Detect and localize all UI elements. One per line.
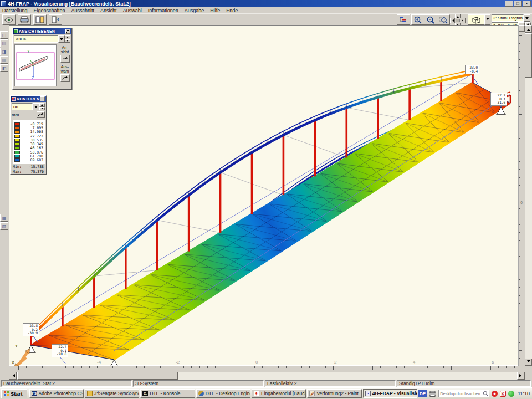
auswahl-apply-button[interactable]	[60, 74, 70, 82]
menu-eigenschaften[interactable]: Eigenschaften	[34, 8, 65, 13]
scroll-left-button[interactable]	[9, 372, 17, 380]
tray-antivirus-icon[interactable]: ●	[492, 391, 498, 397]
contours-panel: KONTUREN un mm -0.719 7.095 14.908 22.72…	[10, 95, 47, 175]
unit-label: mm	[12, 112, 19, 117]
exit-button[interactable]	[49, 14, 62, 25]
result-combo[interactable]: 2: Stahl Tragfähigkeit (Th. 2. O	[492, 14, 530, 22]
pan-left-button[interactable]	[450, 18, 455, 23]
structure-tree-button[interactable]	[397, 14, 410, 25]
scale-number: -4	[97, 360, 101, 365]
view-eye-button[interactable]	[2, 14, 16, 25]
projection-dropdown-button[interactable]	[484, 14, 490, 25]
tray-status-icon[interactable]	[508, 391, 514, 397]
desktop-search-box[interactable]	[438, 390, 489, 397]
window-layout-button[interactable]	[33, 14, 47, 25]
pan-right-button[interactable]	[461, 18, 466, 23]
zoom-out-icon	[426, 16, 435, 24]
apply-arrow-icon	[62, 57, 68, 62]
exit-door-icon	[51, 16, 60, 23]
taskbar-item-4hfrap-active[interactable]: ◔4H-FRAP - Visualisier...	[363, 389, 417, 398]
view-mode-combo[interactable]: <3D>	[14, 35, 58, 43]
horizontal-scroll-thumb[interactable]	[17, 372, 178, 380]
pan-center[interactable]	[456, 19, 460, 22]
strip-button-6[interactable]: ▦	[0, 214, 8, 222]
menu-bar: Darstellung Eigenschaften Ausschnitt Ans…	[0, 7, 532, 14]
contour-quantity-dropdown[interactable]	[33, 103, 39, 110]
legend-swatch	[14, 139, 20, 142]
menu-ausgabe[interactable]: Ausgabe	[185, 8, 204, 13]
scroll-up-button[interactable]	[525, 25, 532, 33]
left-tool-strip: ◫ ▤ ◨ ▥ ◧ ▦ ▧	[0, 25, 9, 366]
language-indicator[interactable]: DE	[418, 390, 427, 397]
contour-quantity-combo[interactable]: un	[12, 103, 33, 110]
model-viewport[interactable]: 23.0 -0.4 22.7 8.1 -31.6 -23.8 -0.2 -30.…	[9, 25, 518, 366]
contour-apply-button[interactable]	[37, 111, 45, 118]
taskbar-item-photoshop[interactable]: PsAdobe Photoshop CS3 E...	[29, 389, 84, 398]
view-panel-close-icon[interactable]	[65, 29, 70, 34]
legend-swatch	[14, 158, 20, 162]
taskbar-item-eingabemodul[interactable]: ↟EingabeModul [Bauchvee...	[252, 389, 306, 398]
minimize-button[interactable]: _	[505, 1, 513, 7]
printer-tray-icon[interactable]	[429, 391, 436, 397]
menu-ende[interactable]: Ende	[226, 8, 238, 13]
strip-button-2[interactable]: ▤	[0, 39, 8, 47]
contours-panel-close-icon[interactable]	[40, 96, 45, 101]
legend-swatch	[14, 130, 20, 134]
close-button[interactable]: ×	[523, 1, 531, 7]
scale-number: 4	[413, 360, 415, 365]
status-project: Bauchveerendeltr. Stat.2	[1, 380, 132, 387]
zoom-in-icon	[413, 16, 422, 24]
ruler-corner-button[interactable]	[519, 25, 525, 32]
measurement-label: -22.7 0.1 -28.6	[52, 344, 68, 357]
strip-button-3[interactable]: ◨	[0, 48, 8, 55]
menu-informationen[interactable]: Informationen	[148, 8, 178, 13]
start-button[interactable]: Start	[1, 389, 27, 398]
folder-icon	[87, 391, 93, 396]
restore-button[interactable]: □	[514, 1, 522, 7]
strip-button-7[interactable]: ▧	[0, 222, 8, 230]
vertical-scroll-thumb[interactable]	[525, 33, 532, 78]
result-combo-value: 2: Stahl Tragfähigkeit (Th. 2. O	[492, 14, 524, 22]
zoom-out-button[interactable]	[424, 14, 437, 25]
photoshop-icon: Ps	[32, 391, 37, 396]
zoom-in-button[interactable]	[411, 14, 424, 25]
view-spin-down[interactable]	[65, 39, 70, 43]
title-bar[interactable]: 4H-FRAP - Visualisierung [Bauchveerendel…	[0, 0, 532, 7]
scroll-down-button[interactable]	[525, 359, 532, 366]
view-panel-titlebar[interactable]: ANSICHT/EBENEN	[13, 28, 71, 34]
taskbar-item-console[interactable]: C:DTE - Konsole	[140, 389, 195, 398]
print-button[interactable]	[18, 14, 31, 25]
pan-up-button[interactable]	[455, 14, 461, 18]
ansicht-apply-button[interactable]	[60, 55, 70, 63]
app-icon	[1, 1, 6, 6]
view-mode-dropdown[interactable]	[58, 35, 65, 43]
tree-list-icon	[399, 16, 408, 23]
view-preview[interactable]: Y Z	[14, 44, 57, 86]
projection-box-button[interactable]	[468, 14, 484, 25]
taskbar-item-paint[interactable]: 🖌Verformung2 - Paint	[307, 389, 361, 398]
strip-button-1[interactable]: ◫	[0, 31, 8, 39]
menu-ausschnitt[interactable]: Ausschnitt	[71, 8, 95, 13]
taskbar-item-explorer[interactable]: J:\Seagate Sync\SyncRe...	[85, 389, 139, 398]
zoom-window-button[interactable]	[437, 14, 450, 25]
menu-ansicht[interactable]: Ansicht	[100, 8, 117, 13]
search-input[interactable]	[439, 391, 483, 396]
scale-number: 2	[334, 360, 336, 365]
result-combo-dropdown[interactable]	[524, 14, 530, 22]
strip-button-4[interactable]: ▥	[0, 56, 8, 64]
strip-button-5[interactable]: ◧	[0, 64, 8, 72]
contour-spin-down[interactable]	[39, 107, 45, 111]
tray-k-icon[interactable]: K	[500, 391, 506, 397]
legend-swatch	[14, 142, 20, 146]
menu-darstellung[interactable]: Darstellung	[2, 8, 28, 13]
min-label: Min:	[13, 165, 25, 169]
menu-hilfe[interactable]: Hilfe	[210, 8, 220, 13]
vertical-scrollbar[interactable]	[525, 25, 532, 366]
horizontal-scrollbar[interactable]	[9, 372, 525, 380]
taskbar-item-dte[interactable]: DTE - Desktop Engineeri...	[196, 389, 250, 398]
contours-panel-titlebar[interactable]: KONTUREN	[11, 96, 46, 102]
menu-auswahl[interactable]: Auswahl	[123, 8, 142, 13]
max-label: Max:	[13, 170, 25, 174]
scroll-right-button[interactable]	[517, 372, 525, 380]
printer-icon	[20, 16, 29, 23]
